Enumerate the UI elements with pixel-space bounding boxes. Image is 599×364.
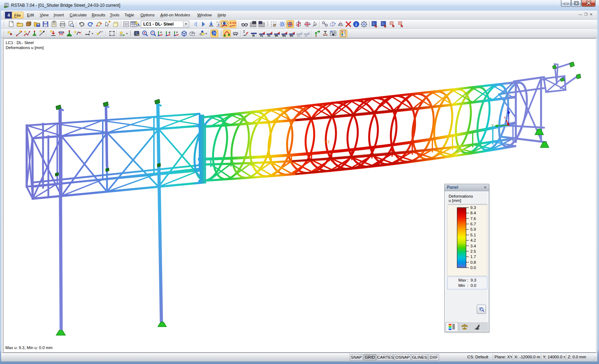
svg-text:Y: Y	[491, 124, 494, 128]
svg-text:X: X	[504, 116, 506, 119]
svg-text:9.3: 9.3	[325, 140, 330, 144]
svg-text:Z: Z	[507, 108, 509, 112]
